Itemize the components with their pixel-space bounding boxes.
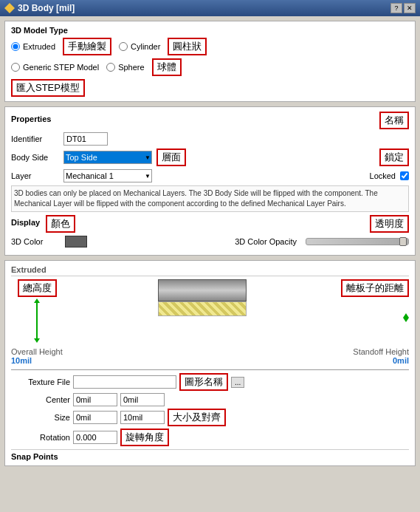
- snap-points-label: Snap Points: [11, 452, 58, 461]
- extruded-radio[interactable]: [11, 42, 20, 51]
- properties-section-label: Properties: [11, 115, 51, 123]
- texture-file-input[interactable]: [73, 375, 176, 389]
- opacity-slider-thumb[interactable]: [399, 237, 407, 246]
- opacity-slider-track[interactable]: [306, 238, 409, 245]
- opacity-label: 3D Color Opacity: [235, 237, 297, 246]
- layer-label: Layer: [11, 171, 59, 180]
- display-label: Display: [11, 218, 40, 227]
- size-label: Size: [11, 413, 70, 422]
- texture-file-label: Texture File: [11, 378, 70, 386]
- window-title: 3D Body [mil]: [18, 3, 75, 13]
- hatched-base-block: [158, 301, 247, 316]
- identifier-input[interactable]: [63, 132, 108, 146]
- center-row: Center: [11, 393, 409, 406]
- body-side-row: Body Side Top Side Bottom Side 層面 鎖定: [11, 149, 409, 166]
- rotation-label: Rotation: [11, 433, 70, 442]
- divider-1: [11, 369, 409, 370]
- sphere-radio-group: Sphere: [106, 63, 144, 72]
- layer-select[interactable]: Mechanical 1: [63, 169, 152, 182]
- body-side-select[interactable]: Top Side Bottom Side: [63, 151, 152, 164]
- rotation-input[interactable]: [73, 431, 117, 444]
- extruded-radio-group: Extruded: [11, 42, 55, 51]
- description-text: 3D bodies can only be placed on Mechanic…: [11, 185, 409, 212]
- model-type-label: 3D Model Type: [11, 26, 409, 35]
- size-width-input[interactable]: [73, 411, 117, 424]
- extruded-panel: Extruded 總高度 離板子的距: [4, 260, 416, 466]
- sphere-radio[interactable]: [106, 63, 115, 72]
- locked-checkbox[interactable]: [400, 171, 409, 180]
- color-label: 3D Color: [11, 237, 59, 246]
- size-row: Size 大小及對齊: [11, 409, 409, 426]
- layer-row: Layer Mechanical 1 Locked: [11, 169, 409, 182]
- identifier-row: Identifier: [11, 132, 409, 146]
- overall-height-label: Overall Height: [11, 347, 63, 356]
- gray-body-block: [158, 279, 247, 301]
- app-icon: [4, 3, 15, 13]
- cylinder-annotation: 圓柱狀: [168, 38, 207, 55]
- display-section: Display 顏色 透明度 3D Color 3D Color Opacity: [11, 215, 409, 248]
- sphere-annotation: 球體: [152, 58, 182, 76]
- cylinder-radio-group: Cylinder: [119, 42, 160, 51]
- properties-panel: Properties 名稱 Identifier Body Side Top S…: [4, 106, 416, 256]
- title-bar-buttons: ? ✕: [390, 3, 416, 13]
- layer-annotation: 層面: [156, 149, 186, 166]
- center-label: Center: [11, 395, 70, 404]
- identifier-label: Identifier: [11, 134, 59, 143]
- standoff-height-value: 0mil: [353, 356, 409, 365]
- hand-drawn-annotation: 手動繪製: [63, 38, 111, 55]
- standoff-height-labels: Standoff Height 0mil: [353, 347, 409, 365]
- overall-height-annotation: 總高度: [18, 279, 57, 297]
- standoff-height-label: Standoff Height: [353, 347, 409, 356]
- color-annotation: 顏色: [46, 215, 75, 233]
- cylinder-radio[interactable]: [119, 42, 128, 51]
- standoff-arrow-down: [403, 318, 409, 322]
- color-row: 3D Color 3D Color Opacity: [11, 236, 409, 248]
- extruded-title: Extruded: [11, 265, 409, 276]
- generic-radio-group: Generic STEP Model: [11, 63, 99, 72]
- size-height-input[interactable]: [120, 411, 165, 424]
- main-container: 3D Model Type Extruded 手動繪製 Cylinder 圓柱狀…: [0, 16, 420, 471]
- generic-label: Generic STEP Model: [23, 63, 99, 72]
- locked-label: Locked: [370, 171, 396, 180]
- standoff-annotation: 離板子的距離: [341, 279, 409, 297]
- filename-annotation: 圖形名稱: [179, 373, 228, 391]
- extruded-label: Extruded: [23, 42, 55, 51]
- center-x-input[interactable]: [73, 393, 117, 406]
- overall-arrow-shaft: [36, 303, 38, 338]
- overall-arrow-down: [34, 338, 40, 343]
- center-y-input[interactable]: [120, 393, 165, 406]
- title-bar: 3D Body [mil] ? ✕: [0, 0, 420, 16]
- overall-height-labels: Overall Height 10mil: [11, 347, 63, 365]
- body-side-label: Body Side: [11, 153, 59, 162]
- texture-file-row: Texture File 圖形名稱 ...: [11, 373, 409, 391]
- browse-button[interactable]: ...: [231, 377, 244, 388]
- body-side-select-wrapper: Top Side Bottom Side: [63, 151, 152, 164]
- lock-annotation: 鎖定: [379, 149, 409, 166]
- cylinder-label: Cylinder: [131, 42, 160, 51]
- layer-select-wrapper: Mechanical 1: [63, 169, 152, 182]
- opacity-annotation: 透明度: [370, 215, 409, 233]
- help-button[interactable]: ?: [390, 3, 402, 13]
- model-type-panel: 3D Model Type Extruded 手動繪製 Cylinder 圓柱狀…: [4, 21, 416, 102]
- name-annotation: 名稱: [379, 112, 409, 129]
- import-step-annotation: 匯入STEP模型: [11, 79, 85, 97]
- rotation-annotation: 旋轉角度: [120, 429, 169, 446]
- size-annotation: 大小及對齊: [168, 409, 226, 426]
- rotation-row: Rotation 旋轉角度: [11, 429, 409, 446]
- overall-height-value: 10mil: [11, 356, 63, 365]
- sphere-label: Sphere: [118, 63, 144, 72]
- color-swatch[interactable]: [65, 236, 87, 248]
- close-button[interactable]: ✕: [404, 3, 416, 13]
- generic-radio[interactable]: [11, 63, 20, 72]
